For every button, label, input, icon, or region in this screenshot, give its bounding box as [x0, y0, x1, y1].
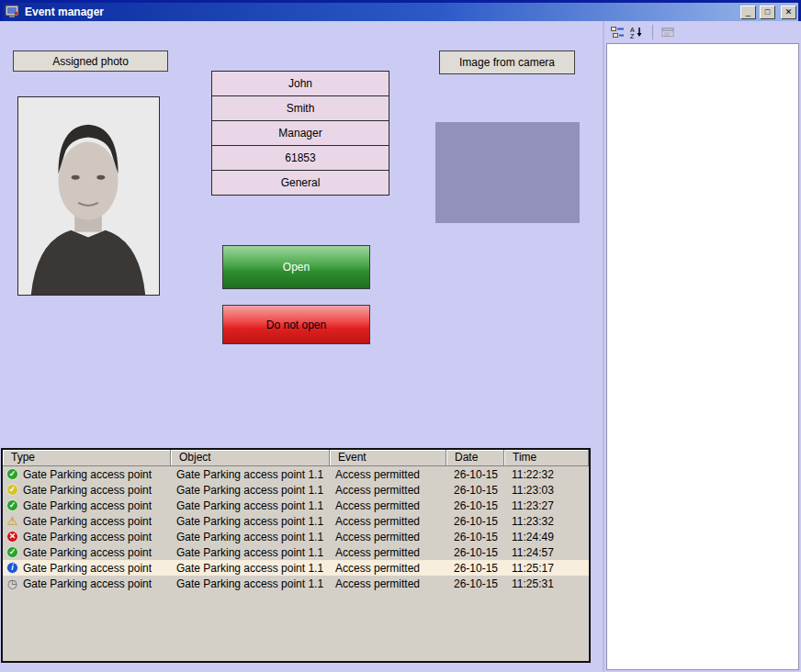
- svg-text:Z: Z: [630, 33, 635, 39]
- svg-text:A: A: [630, 27, 635, 33]
- person-fields: John Smith Manager 61853 General: [211, 71, 389, 196]
- event-name: Access permitted: [330, 577, 446, 590]
- property-panel-body: [606, 43, 799, 670]
- table-row[interactable]: ✓ Gate Parking access point Gate Parking…: [3, 498, 589, 513]
- event-date: 26-10-15: [446, 562, 504, 575]
- field-last-name: Smith: [211, 95, 389, 121]
- assigned-photo-button[interactable]: Assigned photo: [13, 50, 168, 72]
- window-title: Event manager: [23, 6, 104, 18]
- open-button[interactable]: Open: [222, 245, 370, 289]
- event-time: 11:25:31: [504, 577, 589, 590]
- column-header-time[interactable]: Time: [504, 450, 589, 466]
- event-type-text: Gate Parking access point: [23, 484, 152, 497]
- event-object: Gate Parking access point 1.1: [171, 468, 330, 481]
- minimize-button[interactable]: _: [740, 6, 756, 19]
- image-from-camera-button[interactable]: Image from camera: [439, 50, 575, 74]
- property-panel: A Z: [603, 21, 801, 672]
- event-type-text: Gate Parking access point: [23, 531, 152, 543]
- event-name: Access permitted: [330, 484, 446, 497]
- event-date: 26-10-15: [446, 468, 504, 481]
- event-date: 26-10-15: [446, 484, 504, 497]
- event-object: Gate Parking access point 1.1: [171, 546, 330, 559]
- event-date: 26-10-15: [446, 531, 504, 543]
- table-row[interactable]: ✓ Gate Parking access point Gate Parking…: [3, 466, 589, 482]
- do-not-open-button[interactable]: Do not open: [222, 305, 370, 344]
- event-time: 11:24:57: [504, 546, 589, 559]
- property-pages-icon: [659, 24, 676, 40]
- event-object: Gate Parking access point 1.1: [171, 484, 330, 497]
- close-button[interactable]: ✕: [781, 6, 796, 19]
- event-time: 11:25:17: [504, 562, 589, 575]
- event-type-text: Gate Parking access point: [23, 499, 152, 512]
- event-date: 26-10-15: [446, 546, 504, 559]
- field-department: General: [211, 170, 389, 196]
- event-name: Access permitted: [330, 499, 446, 512]
- table-row[interactable]: ✓ Gate Parking access point Gate Parking…: [3, 544, 589, 560]
- event-type-text: Gate Parking access point: [23, 577, 152, 590]
- event-name: Access permitted: [330, 515, 446, 528]
- event-type-text: Gate Parking access point: [23, 546, 152, 559]
- app-icon[interactable]: [5, 5, 19, 19]
- property-panel-toolbar: A Z: [604, 21, 801, 43]
- camera-image-placeholder: [435, 122, 580, 223]
- field-card-number: 61853: [211, 145, 389, 171]
- table-row[interactable]: ✕ Gate Parking access point Gate Parking…: [3, 529, 589, 544]
- info-icon: i: [6, 562, 18, 574]
- toolbar-separator: [647, 25, 653, 39]
- event-object: Gate Parking access point 1.1: [171, 577, 330, 590]
- event-type-text: Gate Parking access point: [23, 468, 152, 481]
- event-object: Gate Parking access point 1.1: [171, 515, 330, 528]
- window-frame: Event manager _ □ ✕: [0, 0, 801, 21]
- event-object: Gate Parking access point 1.1: [171, 531, 330, 543]
- event-table-body: ✓ Gate Parking access point Gate Parking…: [3, 466, 589, 661]
- event-table-header: Type Object Event Date Time: [3, 450, 589, 466]
- notice-icon: ✓: [6, 484, 18, 496]
- success-icon: ✓: [6, 468, 18, 480]
- column-header-type[interactable]: Type: [3, 450, 171, 466]
- table-row[interactable]: ✓ Gate Parking access point Gate Parking…: [3, 482, 589, 498]
- event-name: Access permitted: [330, 468, 446, 481]
- assigned-photo-image: [17, 96, 160, 296]
- event-object: Gate Parking access point 1.1: [171, 499, 330, 512]
- event-time: 11:23:32: [504, 515, 589, 528]
- event-date: 26-10-15: [446, 515, 504, 528]
- warning-icon: ⚠: [6, 515, 18, 527]
- event-date: 26-10-15: [446, 499, 504, 512]
- event-time: 11:24:49: [504, 531, 589, 543]
- main-area: Assigned photo John Smith Manager: [0, 21, 603, 672]
- table-row[interactable]: i Gate Parking access point Gate Parking…: [3, 560, 589, 576]
- success-icon: ✓: [6, 546, 18, 558]
- sort-alphabetical-icon[interactable]: A Z: [627, 24, 645, 40]
- denied-icon: ✕: [6, 531, 18, 543]
- event-manager-window: Event manager _ □ ✕ Assigned photo: [0, 0, 801, 672]
- event-type-text: Gate Parking access point: [23, 515, 152, 528]
- event-time: 11:23:03: [504, 484, 589, 497]
- titlebar: Event manager _ □ ✕: [3, 3, 798, 21]
- event-name: Access permitted: [330, 531, 446, 543]
- column-header-event[interactable]: Event: [330, 450, 446, 466]
- table-row[interactable]: ◷ Gate Parking access point Gate Parking…: [3, 576, 589, 591]
- event-name: Access permitted: [330, 562, 446, 575]
- event-type-text: Gate Parking access point: [23, 562, 152, 575]
- event-table: Type Object Event Date Time ✓ Gate Parki…: [1, 448, 591, 663]
- success-icon: ✓: [6, 499, 18, 511]
- categorized-icon[interactable]: [608, 24, 626, 40]
- event-date: 26-10-15: [446, 577, 504, 590]
- window-content: Assigned photo John Smith Manager: [0, 21, 801, 672]
- event-time: 11:22:32: [504, 468, 589, 481]
- field-position: Manager: [211, 120, 389, 146]
- field-first-name: John: [211, 71, 389, 96]
- event-name: Access permitted: [330, 546, 446, 559]
- event-time: 11:23:27: [504, 499, 589, 512]
- column-header-date[interactable]: Date: [446, 450, 504, 466]
- column-header-object[interactable]: Object: [171, 450, 330, 466]
- table-row[interactable]: ⚠ Gate Parking access point Gate Parking…: [3, 513, 589, 529]
- pending-icon: ◷: [6, 577, 18, 589]
- event-object: Gate Parking access point 1.1: [171, 562, 330, 575]
- maximize-button[interactable]: □: [760, 6, 775, 19]
